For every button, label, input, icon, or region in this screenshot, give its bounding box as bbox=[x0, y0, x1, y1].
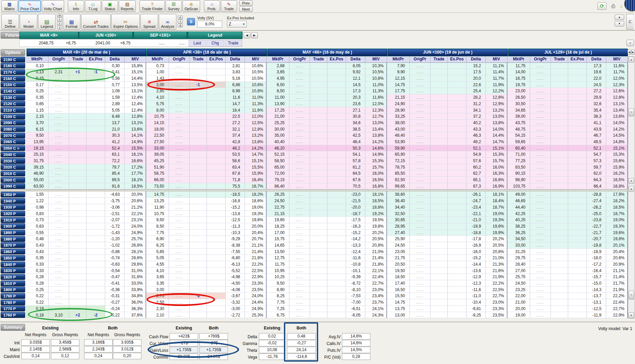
option-cell[interactable] bbox=[430, 204, 448, 211]
option-cell[interactable]: ..... bbox=[49, 75, 69, 82]
option-cell[interactable]: ..... bbox=[169, 223, 190, 230]
option-cell[interactable]: 0,25 bbox=[26, 88, 49, 94]
option-cell[interactable] bbox=[551, 204, 568, 211]
option-cell[interactable]: ..... bbox=[410, 312, 430, 319]
option-cell[interactable] bbox=[568, 312, 587, 319]
option-cell[interactable]: ..... bbox=[530, 126, 551, 133]
option-cell[interactable]: ..... bbox=[410, 211, 430, 217]
strike-label-button[interactable]: 2110 C bbox=[1, 107, 25, 113]
option-cell[interactable] bbox=[69, 230, 86, 236]
option-cell[interactable] bbox=[86, 293, 105, 299]
opscan-button[interactable]: ⊕OpScan bbox=[182, 0, 200, 12]
option-cell[interactable]: ..... bbox=[169, 249, 190, 255]
option-cell[interactable]: ..... bbox=[169, 287, 190, 293]
option-cell[interactable] bbox=[310, 204, 327, 211]
scroll-up-button[interactable]: ▲ bbox=[615, 15, 624, 20]
option-cell[interactable]: ..... bbox=[49, 261, 69, 268]
option-cell[interactable]: ..... bbox=[169, 306, 190, 312]
option-cell[interactable]: ..... bbox=[169, 217, 190, 223]
option-cell[interactable]: 73,50 bbox=[146, 183, 169, 190]
option-cell[interactable] bbox=[327, 274, 346, 280]
option-cell[interactable]: 14,75 bbox=[146, 191, 169, 198]
option-cell[interactable] bbox=[207, 204, 226, 211]
option-cell[interactable] bbox=[551, 177, 568, 183]
option-cell[interactable] bbox=[310, 88, 327, 94]
option-cell[interactable]: 1,00 bbox=[146, 69, 169, 75]
option-cell[interactable]: ..... bbox=[530, 274, 551, 280]
option-cell[interactable] bbox=[430, 132, 448, 139]
option-cell[interactable]: 38,00 bbox=[387, 120, 410, 126]
option-cell[interactable]: ..... bbox=[530, 82, 551, 88]
option-cell[interactable] bbox=[430, 306, 448, 312]
option-cell[interactable]: ..... bbox=[530, 177, 551, 183]
option-cell[interactable]: 25,75 bbox=[507, 274, 530, 280]
option-cell[interactable]: 6,15 bbox=[26, 126, 49, 133]
option-cell[interactable]: ..... bbox=[169, 113, 190, 120]
option-cell[interactable] bbox=[207, 255, 226, 261]
option-cell[interactable] bbox=[448, 151, 466, 158]
model-button[interactable]: ◔Model bbox=[20, 14, 37, 30]
option-cell[interactable] bbox=[568, 268, 587, 274]
option-cell[interactable] bbox=[69, 170, 86, 177]
option-cell[interactable] bbox=[69, 63, 86, 69]
option-cell[interactable]: 18,00 bbox=[146, 126, 169, 133]
option-cell[interactable]: ..... bbox=[410, 101, 430, 107]
option-cell[interactable] bbox=[430, 183, 448, 190]
option-cell[interactable]: 3,35 bbox=[146, 280, 169, 287]
option-cell[interactable] bbox=[86, 132, 105, 139]
option-cell[interactable]: ..... bbox=[289, 236, 310, 242]
option-cell[interactable]: 16,75 bbox=[507, 75, 530, 82]
option-cell[interactable]: ..... bbox=[410, 164, 430, 171]
option-cell[interactable] bbox=[207, 107, 226, 114]
option-cell[interactable]: 2,68 bbox=[267, 63, 289, 69]
option-cell[interactable] bbox=[190, 217, 207, 223]
option-cell[interactable] bbox=[568, 204, 587, 211]
option-cell[interactable] bbox=[448, 69, 466, 75]
option-cell[interactable] bbox=[69, 236, 86, 242]
option-cell[interactable] bbox=[327, 280, 346, 287]
option-cell[interactable] bbox=[430, 126, 448, 133]
option-cell[interactable]: ..... bbox=[49, 211, 69, 217]
option-cell[interactable]: ..... bbox=[289, 170, 310, 177]
futures-contract-header[interactable]: SEP <191> bbox=[134, 32, 187, 39]
option-cell[interactable] bbox=[568, 255, 587, 261]
option-cell[interactable]: ..... bbox=[410, 69, 430, 75]
option-cell[interactable] bbox=[551, 183, 568, 190]
option-cell[interactable] bbox=[69, 299, 86, 306]
option-cell[interactable]: ..... bbox=[410, 230, 430, 236]
option-cell[interactable]: ..... bbox=[169, 211, 190, 217]
option-cell[interactable]: 48,40 bbox=[387, 132, 410, 139]
option-cell[interactable] bbox=[568, 101, 587, 107]
option-cell[interactable] bbox=[430, 101, 448, 107]
option-cell[interactable]: ..... bbox=[49, 191, 69, 198]
option-cell[interactable]: ..... bbox=[289, 249, 310, 255]
option-cell[interactable]: ..... bbox=[169, 183, 190, 190]
option-cell[interactable]: ..... bbox=[169, 107, 190, 114]
option-cell[interactable]: ..... bbox=[410, 170, 430, 177]
option-cell[interactable] bbox=[190, 69, 207, 75]
option-cell[interactable] bbox=[86, 158, 105, 164]
option-cell[interactable]: 9,50 bbox=[26, 132, 49, 139]
option-cell[interactable] bbox=[190, 204, 207, 211]
option-cell[interactable] bbox=[310, 293, 327, 299]
option-cell[interactable]: 18,50 bbox=[387, 274, 410, 280]
option-cell[interactable] bbox=[310, 107, 327, 114]
option-cell[interactable] bbox=[327, 198, 346, 204]
option-cell[interactable]: ..... bbox=[49, 94, 69, 101]
option-cell[interactable]: ..... bbox=[49, 170, 69, 177]
option-cell[interactable]: 28,95 bbox=[387, 223, 410, 230]
option-cell[interactable]: ..... bbox=[530, 293, 551, 299]
option-cell[interactable] bbox=[207, 191, 226, 198]
option-cell[interactable]: 40,25 bbox=[507, 217, 530, 223]
option-cell[interactable]: 18,25 bbox=[267, 223, 289, 230]
strike-label-button[interactable]: 2120 C bbox=[1, 101, 25, 107]
option-cell[interactable]: ..... bbox=[530, 191, 551, 198]
option-cell[interactable]: 27,50 bbox=[146, 139, 169, 145]
strike-label-button[interactable]: 2140 C bbox=[1, 88, 25, 94]
month-right-arrow-button[interactable]: ▶ bbox=[631, 50, 635, 55]
option-cell[interactable]: ..... bbox=[289, 198, 310, 204]
option-cell[interactable] bbox=[327, 312, 346, 319]
option-cell[interactable] bbox=[430, 293, 448, 299]
option-cell[interactable]: 0,65 bbox=[26, 101, 49, 107]
option-cell[interactable] bbox=[568, 236, 587, 242]
